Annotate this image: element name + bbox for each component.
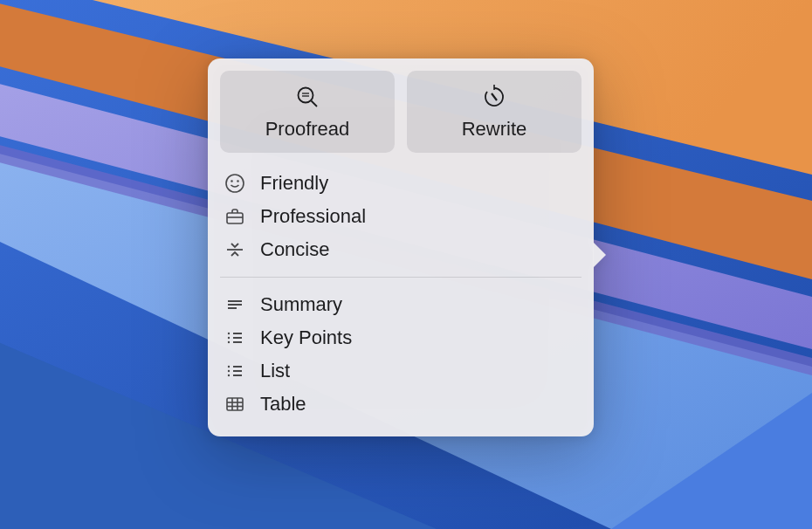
tone-section: Friendly Professional xyxy=(220,163,581,270)
svg-point-7 xyxy=(231,181,232,182)
menu-item-label: Professional xyxy=(260,205,366,228)
format-item-table[interactable]: Table xyxy=(220,388,581,421)
svg-point-16 xyxy=(228,337,230,339)
popover-arrow xyxy=(593,242,606,268)
magnifier-text-icon xyxy=(295,85,320,109)
proofread-label: Proofread xyxy=(265,118,350,141)
section-divider xyxy=(220,277,581,278)
format-item-summary[interactable]: Summary xyxy=(220,288,581,321)
svg-line-5 xyxy=(492,93,497,100)
svg-rect-9 xyxy=(227,213,243,223)
rewrite-button[interactable]: Rewrite xyxy=(407,71,581,153)
table-icon xyxy=(224,393,246,416)
menu-item-label: Table xyxy=(260,393,306,416)
tone-item-friendly[interactable]: Friendly xyxy=(220,167,581,200)
svg-point-17 xyxy=(228,341,230,343)
format-section: Summary Key Points xyxy=(220,285,581,424)
svg-point-6 xyxy=(226,175,244,192)
menu-item-label: Friendly xyxy=(260,172,328,195)
svg-point-1 xyxy=(299,88,313,103)
tone-item-concise[interactable]: Concise xyxy=(220,233,581,266)
menu-item-label: Concise xyxy=(260,238,329,261)
svg-point-8 xyxy=(237,181,238,182)
text-lines-icon xyxy=(224,293,246,316)
rewrite-label: Rewrite xyxy=(462,118,527,141)
proofread-button[interactable]: Proofread xyxy=(220,71,395,153)
svg-point-23 xyxy=(228,374,230,376)
tone-item-professional[interactable]: Professional xyxy=(220,200,581,233)
briefcase-icon xyxy=(224,205,246,228)
format-item-key-points[interactable]: Key Points xyxy=(220,321,581,354)
rewrite-cycle-icon xyxy=(482,85,506,109)
menu-item-label: Summary xyxy=(260,293,342,316)
writing-tools-popover: Proofread Rewrite xyxy=(208,58,594,436)
svg-line-2 xyxy=(312,101,318,107)
svg-point-15 xyxy=(228,333,230,334)
svg-point-22 xyxy=(228,370,230,372)
primary-actions-row: Proofread Rewrite xyxy=(220,71,581,153)
collapse-icon xyxy=(224,238,246,261)
menu-item-label: Key Points xyxy=(260,326,352,349)
smiley-icon xyxy=(224,172,246,195)
svg-rect-27 xyxy=(227,398,243,410)
format-item-list[interactable]: List xyxy=(220,354,581,388)
menu-item-label: List xyxy=(260,360,290,382)
bullet-list-icon xyxy=(224,360,246,382)
bullet-list-icon xyxy=(224,326,246,349)
svg-point-21 xyxy=(228,366,230,368)
